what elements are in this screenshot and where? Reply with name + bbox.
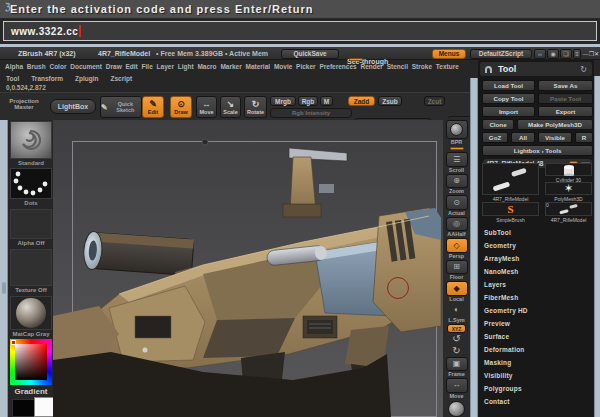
menu-item[interactable]: Macro [197,63,216,70]
panel-divider[interactable] [470,78,478,417]
menu-item[interactable]: Document [70,63,102,70]
goz-visible-button[interactable]: Visible [538,132,572,143]
bpr-slider-nub[interactable] [450,147,464,150]
stroke-thumbnail[interactable] [10,168,52,199]
section-surface[interactable]: Surface [484,333,509,340]
activation-input[interactable]: www.3322.cc [3,21,597,41]
close-button[interactable]: ✕ [593,49,600,59]
menu-item[interactable]: Stroke [412,63,432,70]
lightbox-button[interactable]: LightBox [50,99,96,114]
zcut-button[interactable]: Zcut [424,96,445,106]
gradient-toggle[interactable]: Gradient [8,387,54,396]
make-polymesh3d-button[interactable]: Make PolyMesh3D [517,119,593,130]
section-layers[interactable]: Layers [484,281,506,288]
menu-item[interactable]: File [142,63,153,70]
goz-r-button[interactable]: R [575,132,593,143]
section-preview[interactable]: Preview [484,320,510,327]
aahalf-button[interactable]: ◎ [446,217,468,232]
clone-button[interactable]: Clone [482,119,514,130]
current-brush-thumbnail[interactable] [10,121,52,159]
copy-tool-button[interactable]: Copy Tool [482,93,535,104]
quick-sketch-button[interactable]: ✎ Quick Sketch [100,96,142,118]
texture-thumbnail[interactable] [10,249,52,286]
rotate-nav-sphere[interactable] [448,401,465,417]
section-geometry[interactable]: Geometry [484,242,516,249]
menu-item[interactable]: Marker [220,63,241,70]
secondary-color-swatch[interactable] [12,399,36,417]
menu-item[interactable]: Preferences [319,63,356,70]
menu-item[interactable]: Zscript [111,75,133,82]
import-button[interactable]: Import [482,106,535,117]
refresh-icon[interactable]: ↻ [580,65,587,74]
menu-item[interactable]: Stencil [387,63,408,70]
section-subtool[interactable]: SubTool [484,229,511,236]
edit-button[interactable]: ✎Edit [142,96,164,118]
alpha-thumbnail[interactable] [10,209,52,239]
section-geometry-hd[interactable]: Geometry HD [484,307,528,314]
mrgb-button[interactable]: Mrgb [270,96,296,106]
window-popout-icon[interactable]: ❏ [560,49,572,59]
goz-button[interactable]: GoZ [482,132,508,143]
menu-item[interactable]: Layer [157,63,174,70]
menu-item[interactable]: Edit [126,63,138,70]
menu-item[interactable]: Draw [106,63,122,70]
menu-item[interactable]: Brush [27,63,46,70]
menus-button[interactable]: Menus [432,49,466,59]
color-picker-field[interactable] [15,344,47,380]
rifle-small-thumbnail[interactable] [545,202,592,216]
floor-button[interactable]: ⊞ [446,260,468,275]
save-as-button[interactable]: Save As [538,80,593,91]
export-button[interactable]: Export [538,106,593,117]
lightbox-tools-button[interactable]: Lightbox › Tools [482,145,593,156]
menu-item[interactable]: Movie [274,63,292,70]
move-button[interactable]: ↔Move [196,96,217,118]
xyz-button[interactable]: XYZ [447,324,466,333]
scale-button[interactable]: ↘Scale [220,96,241,118]
zoom-button[interactable]: ⊕ [446,174,468,189]
menu-item[interactable]: Picker [296,63,316,70]
projection-master-button[interactable]: Projection Master [2,98,46,110]
section-fibermesh[interactable]: FiberMesh [484,294,518,301]
menu-item[interactable]: Tool [6,75,19,82]
rotate-button[interactable]: ↻Rotate [244,96,267,118]
simplebrush-tool-thumbnail[interactable]: S [482,202,539,216]
section-visibility[interactable]: Visibility [484,372,513,379]
menu-item[interactable]: Render [360,63,382,70]
zscript-nav-icon[interactable]: ‹› [534,49,546,59]
rotate-cw-icon[interactable]: ↻ [446,345,468,357]
default-zscript-button[interactable]: DefaultZScript [470,49,532,59]
persp-button[interactable]: ◇ [446,238,468,253]
zsub-button[interactable]: Zsub [378,96,402,106]
paste-tool-button[interactable]: Paste Tool [538,93,593,104]
menu-item[interactable]: Transform [31,75,63,82]
goz-all-button[interactable]: All [511,132,535,143]
bpr-button[interactable] [446,120,468,139]
section-nanomesh[interactable]: NanoMesh [484,268,518,275]
zadd-button[interactable]: Zadd [348,96,375,106]
lsym-button[interactable]: ◐ [446,303,468,317]
color-picker[interactable] [10,339,52,385]
polymesh-tool-thumbnail[interactable]: ✶ [545,182,592,195]
material-thumbnail[interactable] [10,296,52,330]
current-tool-thumbnail[interactable] [482,163,539,195]
frame-button[interactable]: ▣ [446,357,468,372]
rgb-button[interactable]: Rgb [298,96,318,106]
tool-palette-header[interactable]: Tool ↻ [479,61,593,77]
menu-item[interactable]: Zplugin [75,75,98,82]
menu-item[interactable]: Light [178,63,194,70]
move-nav-button[interactable]: ↔ [446,378,468,393]
section-polygroups[interactable]: Polygroups [484,385,522,392]
left-scroll-handle[interactable] [2,282,6,294]
scroll-button[interactable]: ☰ [446,152,468,167]
rgb-intensity-slider[interactable]: Rgb Intensity [270,108,352,118]
section-masking[interactable]: Masking [484,359,511,366]
menu-item[interactable]: Alpha [5,63,23,70]
section-arraymesh[interactable]: ArrayMesh [484,255,519,262]
actual-button[interactable]: ⊙ [446,195,468,210]
help-icon[interactable]: ≡ [573,49,581,59]
draw-button[interactable]: ⊙Draw [170,96,192,118]
section-deformation[interactable]: Deformation [484,346,524,353]
document-canvas[interactable] [53,120,443,417]
menu-item[interactable]: Material [246,63,271,70]
local-button[interactable]: ◆ [446,281,468,296]
